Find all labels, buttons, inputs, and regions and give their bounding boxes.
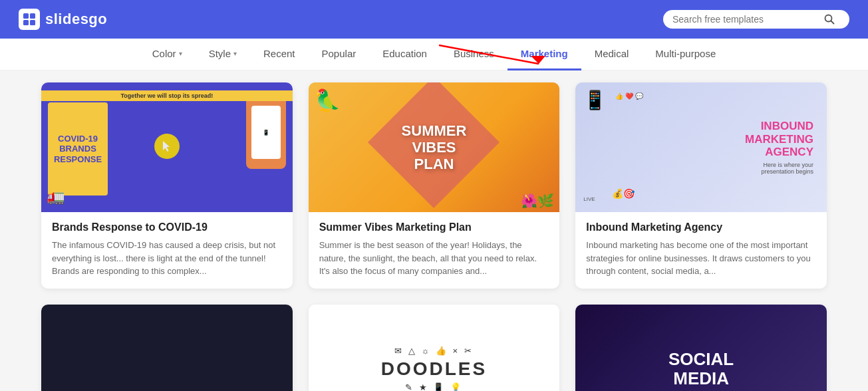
nav-label-business: Business <box>454 48 494 59</box>
nav-label-popular: Popular <box>322 48 357 59</box>
nav-arrow-color: ▾ <box>179 50 182 57</box>
nav-item-color[interactable]: Color ▾ <box>139 39 196 70</box>
nav-item-business[interactable]: Business <box>440 39 507 70</box>
card-church[interactable]: ChurchNewsle... Church Newsletter <box>41 305 293 392</box>
card-thumbnail-summer: 🦜 🌺🌿 SUMMERVIBESPLAN <box>309 82 560 212</box>
card-thumbnail-inbound: 📱 👍 ❤️ 💬 LIVE 💰🎯 INBOUNDMARKETINGAGENCY … <box>575 82 827 212</box>
nav-item-multipurpose[interactable]: Multi-purpose <box>642 39 729 70</box>
doodles-thumb-text: DOODLES <box>381 358 487 380</box>
card-thumbnail-church: ChurchNewsle... <box>41 305 293 392</box>
card-social[interactable]: SOCIALMEDIA Social Media <box>575 305 827 392</box>
svg-line-5 <box>831 21 834 24</box>
covid-banner: Together we will stop its spread! <box>41 90 293 101</box>
card-body-covid: Brands Response to COVID-19 The infamous… <box>41 212 293 289</box>
nav-label-medical: Medical <box>595 48 629 59</box>
header: slidesgo <box>0 0 868 39</box>
search-input[interactable] <box>672 14 819 25</box>
nav-label-education: Education <box>382 48 427 59</box>
page-wrapper: slidesgo Color ▾ Style ▾ Recent <box>0 0 868 391</box>
search-button[interactable] <box>824 14 835 25</box>
svg-rect-1 <box>30 13 35 19</box>
cursor-indicator <box>154 134 180 159</box>
card-title-covid: Brands Response to COVID-19 <box>52 221 282 233</box>
card-desc-covid: The infamous COVID-19 has caused a deep … <box>52 239 282 278</box>
nav-item-popular[interactable]: Popular <box>309 39 370 70</box>
card-body-summer: Summer Vibes Marketing Plan Summer is th… <box>309 212 560 289</box>
logo-icon <box>19 9 40 30</box>
logo-text: slidesgo <box>45 11 107 28</box>
nav-item-education[interactable]: Education <box>369 39 440 70</box>
nav-arrow-style: ▾ <box>233 50 237 57</box>
main-content: Together we will stop its spread! COVID-… <box>0 70 868 391</box>
nav-item-medical[interactable]: Medical <box>581 39 643 70</box>
card-title-inbound: Inbound Marketing Agency <box>586 221 816 233</box>
svg-rect-2 <box>23 20 29 25</box>
search-bar <box>663 10 849 29</box>
nav-label-multipurpose: Multi-purpose <box>655 48 716 59</box>
card-body-inbound: Inbound Marketing Agency Inbound marketi… <box>575 212 827 289</box>
card-desc-summer: Summer is the best season of the year! H… <box>319 239 549 278</box>
nav-label-recent: Recent <box>263 48 295 59</box>
logo-area: slidesgo <box>19 9 107 30</box>
svg-rect-0 <box>23 13 29 19</box>
card-grid: Together we will stop its spread! COVID-… <box>41 82 827 391</box>
nav-item-recent[interactable]: Recent <box>250 39 309 70</box>
nav-item-marketing[interactable]: Marketing <box>507 39 581 70</box>
nav-container: Color ▾ Style ▾ Recent Popular Education… <box>0 39 868 70</box>
card-summer[interactable]: 🦜 🌺🌿 SUMMERVIBESPLAN Summer Vibes Market… <box>309 82 560 289</box>
svg-rect-3 <box>30 20 35 25</box>
card-title-summer: Summer Vibes Marketing Plan <box>319 221 549 233</box>
social-thumb-text: SOCIALMEDIA <box>668 350 734 388</box>
card-thumbnail-doodles: ✉ △ ☼ 👍 × ✂ DOODLES ✎ ★ 📱 💡 <box>309 305 560 392</box>
card-doodles[interactable]: ✉ △ ☼ 👍 × ✂ DOODLES ✎ ★ 📱 💡 Doodles News… <box>309 305 560 392</box>
nav: Color ▾ Style ▾ Recent Popular Education… <box>0 39 868 70</box>
card-covid[interactable]: Together we will stop its spread! COVID-… <box>41 82 293 289</box>
nav-label-style: Style <box>209 48 231 59</box>
card-thumbnail-social: SOCIALMEDIA <box>575 305 827 392</box>
nav-label-marketing: Marketing <box>521 48 568 59</box>
card-desc-inbound: Inbound marketing has become one of the … <box>586 239 816 278</box>
nav-label-color: Color <box>152 48 176 59</box>
nav-item-style[interactable]: Style ▾ <box>196 39 250 70</box>
card-inbound[interactable]: 📱 👍 ❤️ 💬 LIVE 💰🎯 INBOUNDMARKETINGAGENCY … <box>575 82 827 289</box>
